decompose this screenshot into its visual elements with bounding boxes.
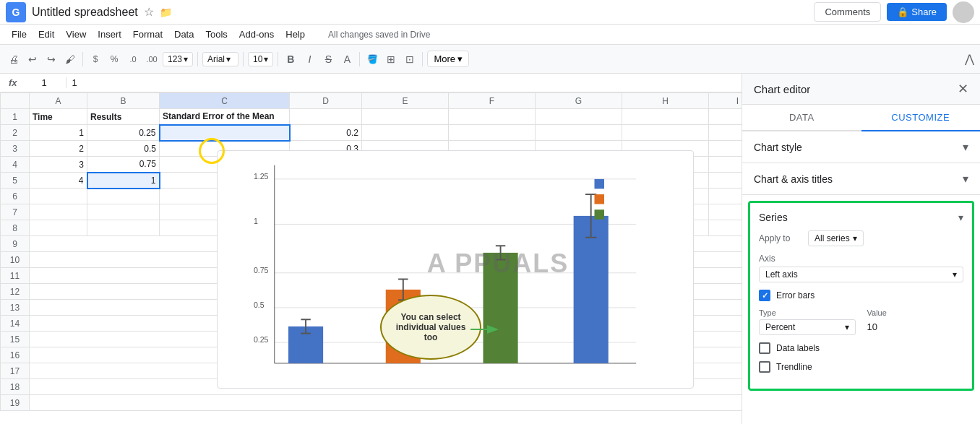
comments-button[interactable]: Comments [814, 2, 881, 22]
font-dropdown[interactable]: Arial ▾ [202, 52, 238, 66]
type-dropdown[interactable]: Percent ▾ [759, 319, 856, 335]
formula-input[interactable] [66, 77, 739, 88]
cell-i7[interactable] [709, 204, 742, 220]
cell-a3[interactable]: 2 [30, 141, 87, 157]
col-header-b[interactable]: B [87, 93, 160, 109]
menu-format[interactable]: Format [127, 26, 168, 43]
cell-i3[interactable] [709, 141, 742, 157]
cell-b6[interactable] [87, 189, 160, 204]
decimal-increase-icon[interactable]: .00 [144, 51, 160, 67]
decimal-decrease-icon[interactable]: .0 [125, 51, 141, 67]
share-button[interactable]: 🔒 Share [887, 3, 947, 21]
menu-addons[interactable]: Add-ons [233, 26, 280, 43]
font-color-button[interactable]: A [339, 51, 355, 67]
menu-data[interactable]: Data [168, 26, 199, 43]
cell-b5[interactable]: 1 [87, 173, 160, 189]
font-size-dropdown[interactable]: 10 ▾ [248, 52, 273, 66]
col-header-h[interactable]: H [622, 93, 709, 109]
undo-icon[interactable]: ↩ [25, 51, 40, 67]
grid-container[interactable]: A B C D E F G H I 1 Time Res [0, 92, 742, 424]
cell-a5[interactable]: 4 [30, 173, 87, 189]
more-button[interactable]: More ▾ [427, 51, 469, 67]
chevron-down-icon: ▾ [853, 233, 857, 243]
currency-icon[interactable]: $ [87, 51, 103, 67]
cell-i2[interactable] [709, 125, 742, 141]
table-row: 19 [1, 395, 742, 411]
chart-axis-section[interactable]: Chart & axis titles ▾ [742, 163, 980, 195]
cell-f2[interactable] [449, 125, 536, 141]
cell-i4[interactable] [709, 157, 742, 173]
col-header-c[interactable]: C [160, 93, 290, 109]
redo-icon[interactable]: ↪ [43, 51, 59, 67]
number-format-btn[interactable]: 123 ▾ [163, 52, 193, 66]
cell-a4[interactable]: 3 [30, 157, 87, 173]
col-header-e[interactable]: E [362, 93, 449, 109]
fx-icon: fx [3, 77, 23, 88]
col-header-d[interactable]: D [290, 93, 362, 109]
star-icon[interactable]: ☆ [144, 5, 154, 19]
paint-format-icon[interactable]: 🖌 [62, 51, 78, 67]
cell-b3[interactable]: 0.5 [87, 141, 160, 157]
menu-insert[interactable]: Insert [92, 26, 127, 43]
col-header-a[interactable]: A [30, 93, 87, 109]
cell-h1[interactable] [622, 109, 709, 125]
data-labels-checkbox[interactable] [759, 342, 770, 354]
row-num-6: 6 [1, 189, 30, 204]
cell-b7[interactable] [87, 204, 160, 220]
merge-button[interactable]: ⊡ [402, 51, 418, 67]
percent-icon[interactable]: % [106, 51, 122, 67]
cell-e2[interactable] [362, 125, 449, 141]
chart-style-section[interactable]: Chart style ▾ [742, 131, 980, 163]
axis-dropdown[interactable]: Left axis ▾ [759, 267, 963, 282]
italic-button[interactable]: I [301, 51, 317, 67]
strikethrough-button[interactable]: S [320, 51, 336, 67]
apply-to-dropdown[interactable]: All series ▾ [808, 230, 864, 246]
error-bars-checkbox[interactable]: ✓ [759, 290, 770, 301]
cell-d2[interactable]: 0.2 [290, 125, 362, 141]
cell-a8[interactable] [30, 220, 87, 236]
cell-c1[interactable]: Standard Error of the Mean [160, 109, 290, 125]
cell-empty-19[interactable] [30, 395, 742, 411]
close-button[interactable]: ✕ [958, 81, 968, 97]
cell-a6[interactable] [30, 189, 87, 204]
cell-f1[interactable] [449, 109, 536, 125]
cell-reference-input[interactable] [23, 77, 66, 88]
cell-b2[interactable]: 0.25 [87, 125, 160, 141]
col-header-i[interactable]: I [709, 93, 742, 109]
cell-b1[interactable]: Results [87, 109, 160, 125]
cell-a2[interactable]: 1 [30, 125, 87, 141]
menu-view[interactable]: View [60, 26, 92, 43]
row-num-11: 11 [1, 268, 30, 284]
trendline-checkbox[interactable] [759, 361, 770, 373]
folder-icon[interactable]: 📁 [160, 7, 172, 18]
tab-customize[interactable]: CUSTOMIZE [861, 105, 981, 131]
cell-i1[interactable] [709, 109, 742, 125]
cell-h2[interactable] [622, 125, 709, 141]
cell-g1[interactable] [536, 109, 622, 125]
cell-i6[interactable] [709, 189, 742, 204]
tab-data[interactable]: DATA [742, 105, 861, 130]
cell-i5[interactable] [709, 173, 742, 189]
document-title[interactable]: Untitled spreadsheet [32, 6, 138, 19]
borders-button[interactable]: ⊞ [383, 51, 399, 67]
svg-text:0.75: 0.75 [254, 266, 269, 274]
cell-e1[interactable] [362, 109, 449, 125]
cell-b8[interactable] [87, 220, 160, 236]
menu-help[interactable]: Help [280, 26, 311, 43]
menu-edit[interactable]: Edit [33, 26, 60, 43]
expand-icon[interactable]: ⋀ [965, 52, 974, 66]
menu-tools[interactable]: Tools [199, 26, 233, 43]
menu-file[interactable]: File [6, 26, 33, 43]
cell-i8[interactable] [709, 220, 742, 236]
cell-d1[interactable] [290, 109, 362, 125]
cell-c2[interactable] [160, 125, 290, 141]
cell-g2[interactable] [536, 125, 622, 141]
cell-a7[interactable] [30, 204, 87, 220]
cell-b4[interactable]: 0.75 [87, 157, 160, 173]
col-header-f[interactable]: F [449, 93, 536, 109]
print-icon[interactable]: 🖨 [6, 51, 22, 67]
col-header-g[interactable]: G [536, 93, 622, 109]
cell-a1[interactable]: Time [30, 109, 87, 125]
fill-color-button[interactable]: 🪣 [364, 51, 380, 67]
bold-button[interactable]: B [283, 51, 298, 67]
